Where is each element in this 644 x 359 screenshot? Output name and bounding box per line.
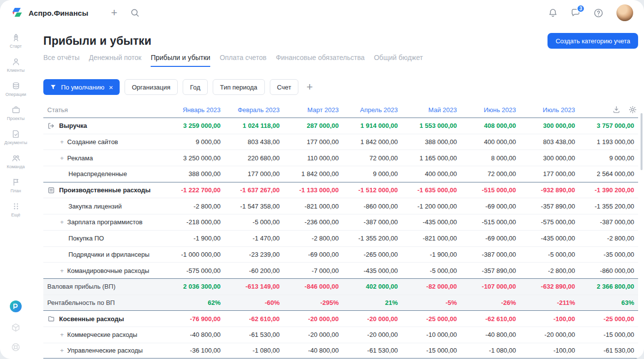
filter-chip-account[interactable]: Счет <box>270 79 299 95</box>
filter-chip-period-type[interactable]: Тип периода <box>213 79 265 95</box>
row-label: Закупка лицензий <box>68 203 122 210</box>
month-column-header: Апрель 2023 <box>343 106 402 114</box>
pl-table: Статья Январь 2023Февраль 2023Март 2023А… <box>43 102 638 359</box>
search-icon[interactable] <box>130 8 140 18</box>
sidebar: Старт Клиенты Операции Проекты Документы… <box>0 26 32 359</box>
table-row[interactable]: Закупка лицензий-2 800,00-1 547 358,00-8… <box>43 198 638 214</box>
filter-chip-year[interactable]: Год <box>183 79 208 95</box>
funnel-icon <box>50 84 57 90</box>
row-label-cell: +Командировочные расходы <box>43 263 165 278</box>
table-settings-gear-icon[interactable] <box>628 105 637 114</box>
expand-icon[interactable]: + <box>60 155 64 161</box>
expand-icon[interactable]: + <box>60 347 64 354</box>
tab-all-reports[interactable]: Все отчёты <box>43 54 79 67</box>
cell-value: -932 890,00 <box>520 182 579 198</box>
row-label: Выручка <box>59 122 87 129</box>
cell-value: 402 000,00 <box>343 279 402 295</box>
active-filter-label: По умолчанию <box>61 84 104 91</box>
cell-value: 803 438,00 <box>520 134 579 150</box>
row-label: Зарплата программистов <box>67 218 143 226</box>
table-row[interactable]: +Зарплата программистов-218 000,00-5 000… <box>43 214 638 230</box>
sidebar-item-operations[interactable]: Операции <box>0 81 32 97</box>
sidebar-item-team[interactable]: Команда <box>0 153 32 169</box>
projects-icon <box>11 105 21 115</box>
expand-icon[interactable]: + <box>60 219 64 225</box>
user-avatar[interactable] <box>616 4 633 21</box>
product-logo-icon[interactable] <box>9 300 22 313</box>
tab-invoice-payment[interactable]: Оплата счетов <box>220 54 266 67</box>
cell-value: -860 000,00 <box>579 263 638 278</box>
sidebar-item-label: Документы <box>4 140 27 145</box>
table-row[interactable]: Покупка ПО-1 900,00-1 470,00-2 800,00-1 … <box>43 230 638 246</box>
cell-value: -36 100,00 <box>165 343 225 359</box>
cell-value: -1 512 000,00 <box>343 182 402 198</box>
apps-cube-icon[interactable] <box>11 323 21 332</box>
cell-value: 177 000,00 <box>520 166 579 182</box>
support-icon[interactable] <box>11 342 21 352</box>
cell-value: -1 390 200,00 <box>579 182 638 198</box>
help-icon[interactable] <box>593 8 604 18</box>
filter-bar: По умолчанию × Организация Год Тип перио… <box>43 79 638 95</box>
row-label-cell: +Реклама <box>43 150 165 166</box>
quick-add-icon[interactable]: + <box>111 7 117 18</box>
vertical-scrollbar-thumb[interactable] <box>641 113 643 170</box>
clear-filter-icon[interactable]: × <box>109 84 113 91</box>
cell-value: 803 438,00 <box>225 134 284 150</box>
table-row[interactable]: +Коммерческие расходы-40 800,00-61 530,0… <box>43 327 638 343</box>
expand-icon[interactable]: + <box>60 139 64 145</box>
sidebar-item-label: Команда <box>7 164 25 169</box>
table-row[interactable]: Косвенные расходы-76 900,00-62 610,00-20… <box>43 310 638 327</box>
cell-value: -20 000,00 <box>284 311 343 327</box>
table-row[interactable]: Валовая прибыль (ВП)2 036 300,00-613 149… <box>43 278 638 295</box>
table-row[interactable]: +Командировочные расходы-575 000,00-60 2… <box>43 262 638 278</box>
row-label: Командировочные расходы <box>67 267 150 274</box>
month-column-header: Июнь 2023 <box>461 106 520 114</box>
cell-value: -61 530,00 <box>579 343 638 359</box>
cell-value: 220 680,00 <box>225 150 284 166</box>
table-row[interactable]: Рентабельность по ВП62%-60%-295%21%-5%-2… <box>43 295 638 311</box>
table-row[interactable]: +Управленческие расходы-36 100,00-1 080,… <box>43 343 638 359</box>
table-row[interactable]: Подрядчики и фрилансеры-1 000 000,00-23 … <box>43 246 638 263</box>
sidebar-item-clients[interactable]: Клиенты <box>0 57 32 73</box>
app-logo-icon[interactable] <box>11 6 24 19</box>
sidebar-item-plan[interactable]: План <box>0 177 32 193</box>
cell-value: -5 000,00 <box>520 247 579 263</box>
download-icon[interactable] <box>612 105 621 114</box>
active-filter-button[interactable]: По умолчанию × <box>43 79 120 95</box>
cell-value: -1 470,00 <box>225 231 284 246</box>
table-row[interactable]: +Создание сайтов9 000,00803 438,00177 00… <box>43 134 638 150</box>
sidebar-item-more[interactable]: Ещё <box>0 201 32 217</box>
month-column-header: Январь 2023 <box>165 106 225 114</box>
create-category-button[interactable]: Создать категорию учета <box>547 33 638 49</box>
notifications-bell-icon[interactable] <box>548 8 558 18</box>
cell-value: -1 637 267,00 <box>225 182 284 198</box>
sidebar-item-projects[interactable]: Проекты <box>0 105 32 121</box>
sidebar-item-start[interactable]: Старт <box>0 32 32 49</box>
table-row[interactable]: Выручка3 259 000,001 024 118,00287 000,0… <box>43 118 638 134</box>
cell-value: -575 000,00 <box>520 214 579 230</box>
cell-value: -7 000,00 <box>284 263 343 278</box>
tab-cash-flow[interactable]: Денежный поток <box>89 54 141 67</box>
messages-icon[interactable]: 3 <box>571 8 580 18</box>
tab-profit-loss[interactable]: Прибыли и убытки <box>151 54 210 67</box>
tab-financial-obligations[interactable]: Финансовые обязательства <box>276 54 364 67</box>
cell-value: 9 000,00 <box>165 134 225 150</box>
table-row[interactable]: Нераспределенные388 000,00177 000,001 84… <box>43 166 638 182</box>
expand-icon[interactable]: + <box>60 331 64 338</box>
cell-value: -20 000,00 <box>343 311 402 327</box>
cell-value: 177 000,00 <box>225 166 284 182</box>
table-row[interactable]: Производственные расходы-1 222 700,00-1 … <box>43 182 638 198</box>
cell-value: 1 842 000,00 <box>343 134 402 150</box>
team-icon <box>11 153 21 163</box>
cell-value: -387 000,00 <box>579 214 638 230</box>
table-row[interactable]: +Реклама3 250 000,00220 680,00110 000,00… <box>43 150 638 166</box>
cell-value: -435 000,00 <box>343 263 402 278</box>
add-filter-icon[interactable]: + <box>306 82 313 92</box>
cell-value: -575 000,00 <box>165 263 225 278</box>
sidebar-item-documents[interactable]: Документы <box>0 129 32 145</box>
filter-chip-organization[interactable]: Организация <box>125 79 178 95</box>
cell-value: -632 890,00 <box>520 279 579 295</box>
expand-icon[interactable]: + <box>60 268 64 274</box>
tab-general-budget[interactable]: Общий бюджет <box>374 54 422 67</box>
cell-value: -2 800,00 <box>165 198 225 214</box>
